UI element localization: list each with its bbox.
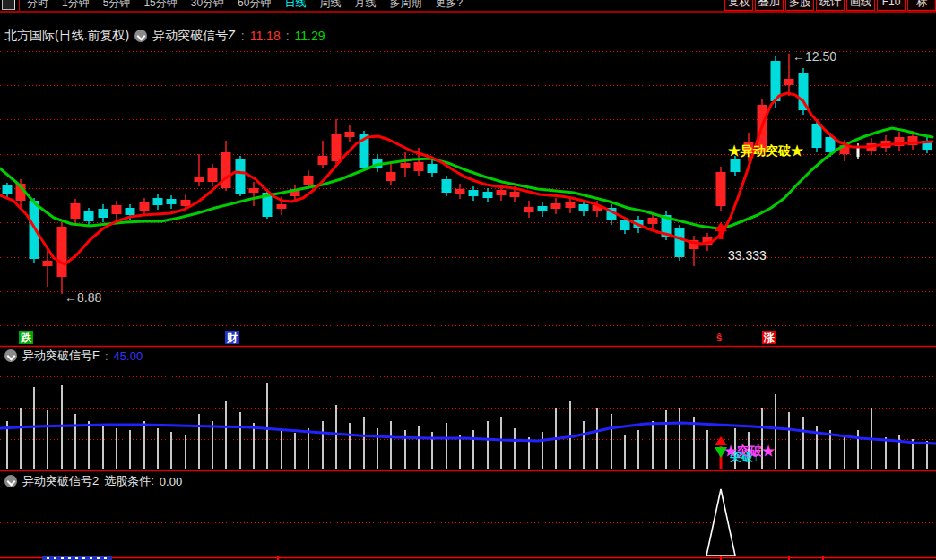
svg-text:33.333: 33.333: [728, 248, 767, 263]
stock-title: 北方国际(日线.前复权): [4, 28, 129, 44]
indicator-collapse-icon[interactable]: [4, 349, 17, 362]
panel2-blue-line: [0, 423, 936, 444]
svg-text:★异动突破★: ★异动突破★: [728, 143, 803, 158]
indicator-collapse-icon[interactable]: [4, 475, 17, 487]
colon: :: [105, 349, 108, 363]
indicator-value-2: 11.29: [295, 29, 325, 43]
stock-app-window: 分时1分钟5分钟15分钟30分钟60分钟日线周线月线多周期更多? 复权叠加多股统…: [0, 0, 936, 560]
svg-text:★突破★: ★突破★: [724, 444, 775, 458]
panel3-condition-value: 0.00: [160, 475, 182, 488]
event-marker-row: 跌财ŝ涨: [19, 331, 776, 344]
svg-text:财: 财: [226, 332, 238, 344]
svg-text:ŝ: ŝ: [716, 332, 723, 344]
indicator-collapse-icon[interactable]: [134, 30, 147, 42]
panel3-header: 异动突破信号2 选股条件: 0.00: [4, 473, 182, 489]
indicator-value-1: 11.18: [250, 29, 281, 43]
panel3-indicator-name: 异动突破信号2: [22, 473, 99, 489]
svg-text:跌: 跌: [20, 332, 32, 344]
panel3-condition-label: 选股条件:: [104, 473, 154, 489]
svg-text:←12.50: ←12.50: [793, 49, 836, 64]
panel3-axis: [0, 556, 936, 560]
main-indicator-name: 异动突破信号Z: [152, 28, 236, 44]
colon: :: [286, 29, 290, 43]
panel2-breakout-signal: 突破↑★突破★: [715, 436, 775, 463]
panel2-indicator-name: 异动突破信号F: [22, 348, 100, 364]
ma-fast-line: [0, 93, 932, 264]
svg-text:←8.88: ←8.88: [65, 290, 101, 305]
svg-text:涨: 涨: [763, 332, 776, 344]
panel2-indicator-value: 45.00: [114, 349, 143, 363]
panel2-header: 异动突破信号F : 45.00: [4, 348, 143, 364]
title-bar: 北方国际(日线.前复权) 异动突破信号Z : 11.18 : 11.29: [4, 28, 325, 43]
colon: :: [241, 29, 245, 43]
main-chart-gridlines: [0, 52, 936, 326]
